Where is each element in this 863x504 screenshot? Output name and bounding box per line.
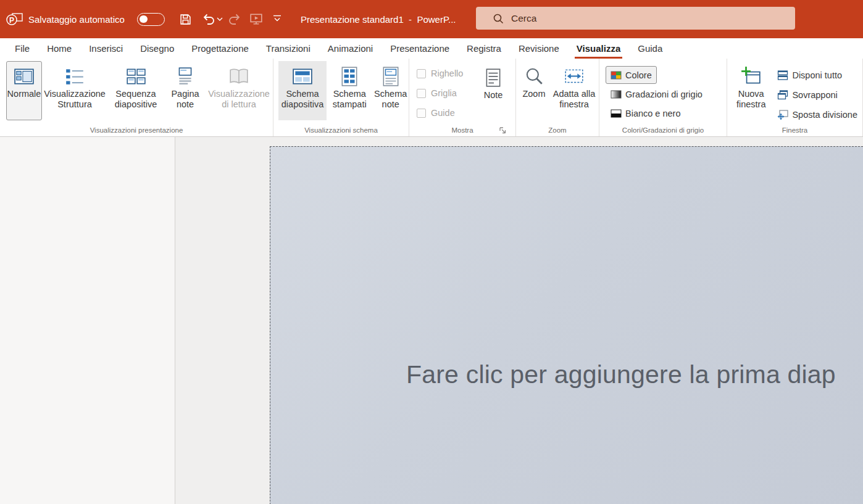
tab-visualizza[interactable]: Visualizza <box>568 38 629 59</box>
search-placeholder: Cerca <box>511 13 536 24</box>
group-finestra: Nuova finestra Disponi tutto <box>727 59 863 136</box>
tab-guida[interactable]: Guida <box>629 38 671 59</box>
tab-revisione[interactable]: Revisione <box>510 38 568 59</box>
zoom-button[interactable]: Zoom <box>518 61 550 120</box>
reading-view-icon <box>228 66 249 87</box>
group-label: Mostra <box>409 126 515 134</box>
group-visualizzazioni-schema: Schema diapositiva Schema stampati <box>273 59 409 136</box>
normale-button[interactable]: Normale <box>6 61 42 120</box>
guide-checkbox: Guide <box>417 103 473 123</box>
arrange-all-icon <box>777 70 788 81</box>
color-icon <box>611 71 622 80</box>
group-zoom: Zoom Adatta alla finestra Zoom <box>516 59 599 136</box>
group-label: Colori/Gradazioni di grigio <box>599 126 727 134</box>
slideshow-icon <box>249 12 263 26</box>
save-button[interactable] <box>177 11 193 27</box>
group-label: Zoom <box>516 126 599 134</box>
customize-quick-access-button[interactable] <box>272 14 283 24</box>
tab-home[interactable]: Home <box>38 38 80 59</box>
search-icon <box>493 13 504 24</box>
note-button[interactable]: Note <box>477 62 509 122</box>
sovrapponi-button[interactable]: Sovrapponi <box>772 86 842 104</box>
tab-inserisci[interactable]: Inserisci <box>80 38 131 59</box>
black-white-icon <box>611 109 622 118</box>
ribbon: Normale Visualizzazione Struttura <box>0 59 863 137</box>
pagina-note-button[interactable]: Pagina note <box>165 61 205 120</box>
ribbon-tab-bar: File Home Inserisci Disegno Progettazion… <box>0 38 863 59</box>
bianco-e-nero-button[interactable]: Bianco e nero <box>606 104 685 122</box>
tab-animazioni[interactable]: Animazioni <box>319 38 381 59</box>
group-label: Visualizzazioni schema <box>273 126 409 134</box>
group-label: Finestra <box>727 126 862 134</box>
tab-transizioni[interactable]: Transizioni <box>257 38 319 59</box>
svg-text:P: P <box>9 16 14 25</box>
undo-dropdown-chevron-icon[interactable] <box>217 17 223 22</box>
slide-sorter-icon <box>125 66 146 87</box>
group-label: Visualizzazioni presentazione <box>0 126 273 134</box>
colore-button[interactable]: Colore <box>606 66 657 84</box>
group-visualizzazioni-presentazione: Normale Visualizzazione Struttura <box>0 59 273 136</box>
start-slideshow-button[interactable] <box>248 11 264 27</box>
outline-view-icon <box>64 66 85 87</box>
adatta-alla-finestra-button[interactable]: Adatta alla finestra <box>550 61 598 120</box>
show-options: Righello Griglia Guide <box>417 62 473 123</box>
powerpoint-logo-icon[interactable]: P <box>6 10 23 28</box>
checkbox-icon <box>417 109 426 118</box>
tab-disegno[interactable]: Disegno <box>131 38 183 59</box>
grayscale-icon <box>611 90 622 99</box>
cascade-windows-icon <box>777 89 788 101</box>
undo-button[interactable] <box>201 11 217 27</box>
tab-file[interactable]: File <box>6 38 38 59</box>
tab-registra[interactable]: Registra <box>458 38 510 59</box>
checkbox-icon <box>417 89 426 98</box>
righello-checkbox: Righello <box>417 64 473 83</box>
slide-placeholder-text: Fare clic per aggiungere la prima diap <box>406 360 836 389</box>
handout-master-icon <box>339 66 360 87</box>
notes-master-icon <box>380 66 401 87</box>
griglia-checkbox: Griglia <box>417 83 473 103</box>
titlebar: P Salvataggio automatico <box>0 0 863 38</box>
checkbox-icon <box>417 69 426 78</box>
notes-icon <box>483 67 504 88</box>
nuova-finestra-button[interactable]: Nuova finestra <box>732 61 770 120</box>
autosave-toggle[interactable] <box>137 13 165 26</box>
tab-presentazione[interactable]: Presentazione <box>381 38 458 59</box>
slide-thumbnail-pane <box>0 137 175 504</box>
group-colori: Colore Gradazioni di grigio <box>599 59 727 136</box>
redo-icon <box>228 12 241 26</box>
gradazioni-di-grigio-button[interactable]: Gradazioni di grigio <box>606 85 707 103</box>
save-icon <box>179 13 192 26</box>
chevron-down-icon <box>272 14 282 23</box>
document-title: Presentazione standard1 - PowerP... <box>301 0 456 38</box>
fit-to-window-icon <box>564 66 585 87</box>
disponi-tutto-button[interactable]: Disponi tutto <box>772 66 847 84</box>
workspace: Fare clic per aggiungere la prima diap <box>0 137 863 504</box>
new-window-icon <box>741 66 762 87</box>
sequenza-diapositive-button[interactable]: Sequenza diapositive <box>107 61 164 120</box>
powerpoint-window: P Salvataggio automatico <box>0 0 863 504</box>
notes-page-icon <box>175 66 196 87</box>
schema-diapositiva-button[interactable]: Schema diapositiva <box>278 61 327 120</box>
move-split-icon <box>777 109 788 120</box>
schema-note-button[interactable]: Schema note <box>372 61 409 120</box>
slide-canvas[interactable]: Fare clic per aggiungere la prima diap <box>270 146 863 504</box>
search-input[interactable]: Cerca <box>476 7 795 30</box>
normal-view-icon <box>14 66 35 87</box>
undo-icon <box>202 12 215 26</box>
slide-master-icon <box>292 66 313 87</box>
toggle-knob <box>140 15 148 23</box>
sposta-divisione-button[interactable]: Sposta divisione <box>772 105 862 123</box>
visualizzazione-lettura-button: Visualizzazione di lettura <box>206 61 272 120</box>
pane-splitter[interactable] <box>175 137 175 504</box>
redo-button <box>227 11 243 27</box>
autosave-label: Salvataggio automatico <box>28 0 125 38</box>
group-mostra: Righello Griglia Guide <box>409 59 516 136</box>
visualizzazione-struttura-button[interactable]: Visualizzazione Struttura <box>43 61 106 120</box>
schema-stampati-button[interactable]: Schema stampati <box>328 61 371 120</box>
tab-progettazione[interactable]: Progettazione <box>183 38 257 59</box>
zoom-icon <box>523 66 544 87</box>
